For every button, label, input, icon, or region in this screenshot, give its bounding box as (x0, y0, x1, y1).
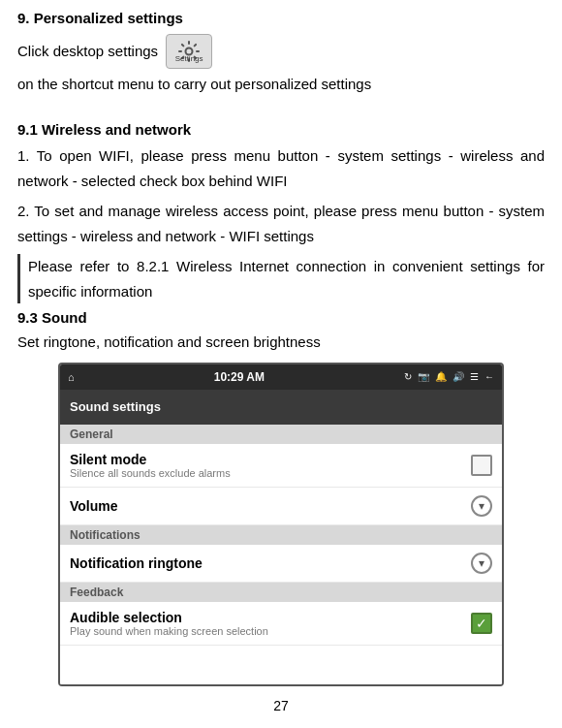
intro-text-before: Click desktop settings (17, 40, 158, 63)
section-gap-1 (17, 100, 545, 117)
section-header-general: General (60, 425, 502, 444)
status-time: 10:29 AM (214, 370, 265, 384)
section-header-feedback: Feedback (60, 583, 502, 602)
android-statusbar: ⌂ 10:29 AM ↻ 📷 🔔 🔊 ☰ ← (60, 364, 502, 390)
volume-title: Volume (70, 498, 471, 514)
audible-selection-subtitle: Play sound when making screen selection (70, 625, 471, 637)
subsection-sound-title: 9.3 Sound (17, 309, 545, 326)
audible-selection-checkbox[interactable]: ✓ (471, 613, 492, 634)
intro-paragraph: Click desktop settings Settings on the s… (17, 34, 545, 96)
notification-ringtone-chevron[interactable]: ▾ (471, 553, 492, 574)
audible-selection-title: Audible selection (70, 610, 471, 625)
volume-text: Volume (70, 498, 471, 514)
volume-chevron[interactable]: ▾ (471, 495, 492, 517)
silent-mode-item[interactable]: Silent mode Silence all sounds exclude a… (60, 444, 502, 488)
intro-text-after: on the shortcut menu to carry out person… (17, 73, 371, 96)
screen-bottom-space (60, 646, 502, 684)
wifi-para-1: 1. To open WIFI, please press menu butto… (17, 143, 545, 193)
notification-ringtone-text: Notification ringtone (70, 555, 471, 571)
back-icon: ← (484, 371, 494, 382)
status-right: ↻ 📷 🔔 🔊 ☰ ← (404, 371, 494, 382)
notification-ringtone-item[interactable]: Notification ringtone ▾ (60, 545, 502, 583)
android-screen-title: Sound settings (70, 399, 161, 414)
android-screen-body: General Silent mode Silence all sounds e… (60, 425, 502, 684)
subsection-wifi-title: 9.1 Wireless and network (17, 121, 545, 138)
audible-selection-text: Audible selection Play sound when making… (70, 610, 471, 637)
settings-icon-image: Settings (166, 34, 212, 69)
silent-mode-title: Silent mode (70, 452, 471, 467)
audible-selection-item[interactable]: Audible selection Play sound when making… (60, 602, 502, 646)
volume-icon: 🔊 (453, 371, 464, 382)
wifi-ref: Please refer to 8.2.1 Wireless Internet … (17, 254, 545, 303)
menu-icon: ☰ (470, 371, 479, 382)
page-title: 9. Personalized settings (17, 10, 545, 26)
android-screenshot: ⌂ 10:29 AM ↻ 📷 🔔 🔊 ☰ ← Sound settings Ge… (58, 363, 504, 686)
status-center: 10:29 AM (214, 370, 265, 384)
android-titlebar: Sound settings (60, 390, 502, 425)
sync-icon: ↻ (404, 371, 412, 382)
section-header-notifications: Notifications (60, 525, 502, 545)
wifi-para-2: 2. To set and manage wireless access poi… (17, 199, 545, 248)
notification-ringtone-title: Notification ringtone (70, 555, 471, 571)
silent-mode-checkbox[interactable] (471, 455, 492, 476)
camera-icon: 📷 (418, 371, 429, 382)
home-icon: ⌂ (68, 371, 75, 383)
sound-icon: 🔔 (435, 371, 447, 382)
settings-icon-label: Settings (175, 53, 203, 66)
volume-item[interactable]: Volume ▾ (60, 488, 502, 525)
sound-desc: Set ringtone, notification and screen br… (17, 330, 545, 355)
status-left: ⌂ (68, 371, 75, 383)
silent-mode-text: Silent mode Silence all sounds exclude a… (70, 452, 471, 479)
silent-mode-subtitle: Silence all sounds exclude alarms (70, 467, 471, 479)
page-number: 27 (17, 698, 545, 713)
